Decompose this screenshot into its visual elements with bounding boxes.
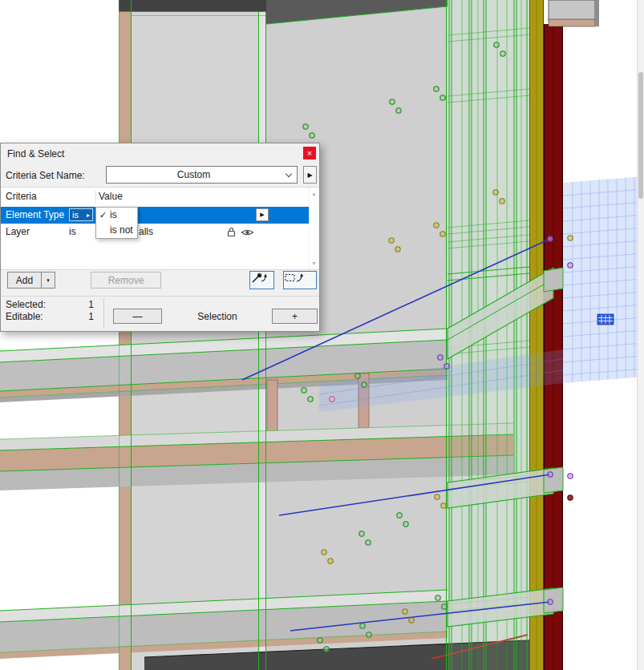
menu-item-label: is (110, 209, 117, 220)
table-scrollbar[interactable]: ▲ ▼ (309, 188, 319, 269)
criteria-cell: Element Type (6, 209, 64, 220)
menu-item-is-not[interactable]: is not (96, 223, 137, 238)
criteria-row-element-type[interactable]: Element Type is ▸ ▶ (1, 207, 310, 224)
criteria-set-value: Custom (107, 169, 281, 180)
operator-value: is (72, 210, 79, 220)
dialog-title: Find & Select (7, 148, 64, 159)
divider (1, 296, 319, 297)
add-dropdown-button[interactable]: ▾ (41, 272, 55, 289)
add-button[interactable]: Add (7, 272, 42, 289)
operator-arrow-icon: ▸ (87, 212, 90, 219)
selected-value: 1 (70, 299, 94, 310)
operator-dropdown[interactable]: is ▸ (69, 208, 93, 221)
remove-button[interactable]: Remove (91, 272, 161, 289)
criteria-column-header: Criteria (6, 191, 37, 202)
deselect-button[interactable]: — (113, 309, 162, 324)
value-column-header: Value (99, 191, 123, 202)
criteria-row-layer[interactable]: Layer is alls (1, 224, 310, 240)
criteria-table: Criteria Value Element Type is ▸ ▶ Layer… (1, 187, 319, 270)
check-icon: ✓ (99, 208, 108, 223)
vertical-scrollbar[interactable] (637, 0, 644, 670)
arrow-right-icon: ▶ (260, 212, 264, 218)
operator-menu: ✓ is is not (95, 207, 138, 239)
editable-label: Editable: (6, 311, 43, 322)
scrollbar-thumb[interactable] (638, 72, 643, 199)
close-icon: × (307, 148, 312, 158)
building-model-svg (0, 0, 644, 670)
menu-item-is[interactable]: ✓ is (96, 208, 137, 223)
grid-symbol-icon (597, 314, 614, 325)
criteria-set-label: Criteria Set Name: (6, 170, 85, 181)
criteria-set-flyout-button[interactable]: ▶ (303, 166, 317, 184)
close-button[interactable]: × (303, 147, 316, 159)
criteria-set-combo[interactable]: Custom (106, 166, 298, 184)
dialog-titlebar[interactable]: Find & Select × (1, 143, 319, 163)
arrow-right-icon: ▶ (307, 172, 312, 179)
editable-value: 1 (70, 311, 94, 322)
scroll-down-icon[interactable]: ▼ (311, 260, 317, 266)
operator-cell: is (69, 226, 76, 237)
scroll-up-icon[interactable]: ▲ (311, 191, 317, 196)
value-flyout-button[interactable]: ▶ (256, 208, 269, 221)
pickup-settings-button[interactable] (249, 271, 274, 289)
menu-item-label: is not (110, 224, 133, 236)
archicad-3d-viewport[interactable]: Find & Select × Criteria Set Name: Custo… (0, 0, 644, 670)
chevron-down-icon (286, 171, 292, 177)
find-select-dialog: Find & Select × Criteria Set Name: Custo… (0, 143, 320, 332)
plus-icon: + (292, 311, 298, 322)
value-cell: alls (139, 226, 153, 237)
selection-label: Selection (164, 311, 271, 322)
criteria-cell: Layer (6, 226, 30, 237)
divider (103, 298, 104, 329)
dropdown-arrow-icon: ▾ (47, 277, 50, 284)
select-plus-button[interactable]: + (272, 309, 318, 324)
marquee-selection-button[interactable] (283, 271, 317, 289)
column-divider (95, 190, 96, 204)
minus-icon: — (133, 311, 143, 322)
selected-label: Selected: (6, 299, 46, 310)
